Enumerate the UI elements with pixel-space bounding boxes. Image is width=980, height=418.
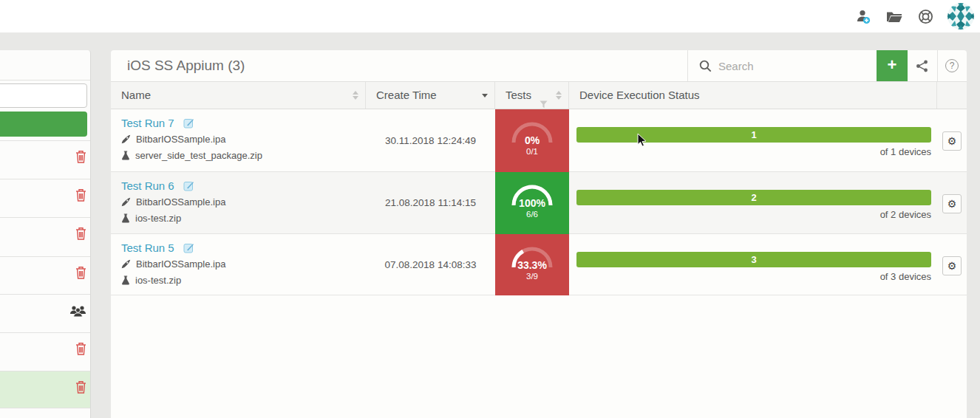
actions-cell: ⚙	[937, 172, 967, 233]
create-time-cell: 07.08.2018 14:08:33	[366, 234, 495, 295]
device-status-cell: 3 of 3 devices	[569, 234, 937, 295]
top-bar	[0, 0, 980, 32]
gear-settings-button[interactable]: ⚙	[942, 194, 962, 213]
tests-gauge: 100% 6/6	[510, 182, 554, 225]
search-box[interactable]	[687, 50, 877, 81]
test-run-link[interactable]: Test Run 6	[121, 179, 174, 192]
actions-cell: ⚙	[937, 109, 967, 171]
create-time-cell: 30.11.2018 12:24:49	[366, 109, 495, 171]
device-count-caption: of 3 devices	[880, 271, 931, 282]
search-input[interactable]	[718, 60, 859, 72]
edit-icon[interactable]	[183, 242, 194, 256]
device-status-cell: 1 of 1 devices	[569, 109, 937, 171]
team-users-icon[interactable]	[69, 305, 86, 320]
flask-icon	[121, 213, 130, 223]
tests-percent: 0%	[510, 134, 554, 146]
test-run-link[interactable]: Test Run 7	[121, 117, 174, 129]
user-avatar[interactable]	[947, 3, 974, 30]
sidebar-input[interactable]	[0, 83, 87, 108]
edit-icon[interactable]	[183, 180, 194, 194]
trash-icon[interactable]	[75, 342, 86, 358]
app-file: BitbarIOSSample.ipa	[121, 134, 225, 145]
column-header-device-status: Device Execution Status	[569, 82, 937, 109]
test-run-row[interactable]: Test Run 7 BitbarIOSSample.ipa server_si…	[111, 109, 967, 172]
trash-icon[interactable]	[75, 227, 86, 243]
create-time-cell: 21.08.2018 11:14:15	[366, 172, 495, 233]
trash-icon[interactable]	[75, 188, 86, 205]
tests-ratio: 0/1	[510, 147, 554, 156]
help-icon[interactable]: ?	[945, 59, 959, 72]
test-file: ios-test.zip	[121, 275, 181, 286]
device-progress-bar: 3	[576, 252, 931, 267]
tests-cell: 33.3% 3/9	[495, 234, 569, 295]
tests-gauge: 0% 0/1	[510, 119, 554, 162]
app-screen: iOS SS Appium (3) + ?	[0, 0, 980, 418]
sidebar-list-item[interactable]	[0, 294, 90, 332]
rocket-icon	[121, 259, 131, 269]
flask-icon	[121, 275, 130, 285]
tests-percent: 33.3%	[510, 259, 554, 271]
top-bar-icons	[854, 0, 974, 32]
page-title: iOS SS Appium (3)	[127, 50, 245, 81]
column-header-tests[interactable]: Tests	[495, 82, 569, 109]
test-runs-panel: iOS SS Appium (3) + ?	[111, 50, 967, 418]
sort-icon[interactable]	[556, 91, 562, 100]
device-progress-bar: 1	[576, 127, 931, 143]
tests-percent: 100%	[510, 197, 554, 209]
sidebar-list-item[interactable]	[0, 408, 90, 418]
actions-cell: ⚙	[937, 234, 967, 295]
test-file: ios-test.zip	[121, 213, 181, 224]
sidebar-list-item[interactable]	[0, 179, 90, 217]
sidebar-divider	[0, 80, 90, 80]
app-file: BitbarIOSSample.ipa	[121, 258, 225, 270]
test-run-row[interactable]: Test Run 5 BitbarIOSSample.ipa ios-test.…	[111, 234, 967, 295]
trash-icon[interactable]	[75, 150, 86, 166]
titlebar-separator	[937, 50, 938, 81]
trash-icon[interactable]	[75, 380, 86, 397]
sort-icon[interactable]	[353, 91, 358, 100]
sidebar	[0, 50, 91, 418]
gear-settings-button[interactable]: ⚙	[942, 131, 962, 151]
test-run-link[interactable]: Test Run 5	[121, 241, 174, 254]
search-icon	[699, 60, 712, 72]
tests-gauge: 33.3% 3/9	[510, 244, 554, 287]
projects-folder-icon[interactable]	[885, 7, 903, 25]
trash-icon[interactable]	[75, 266, 86, 282]
test-file: server_side_test_package.zip	[121, 150, 262, 161]
share-icon[interactable]	[916, 60, 928, 75]
support-life-buoy-icon[interactable]	[916, 7, 934, 25]
device-progress-bar: 2	[576, 190, 931, 205]
sidebar-green-button[interactable]	[0, 112, 87, 137]
tests-ratio: 3/9	[510, 272, 554, 281]
sidebar-list-item-selected[interactable]	[0, 371, 90, 408]
sort-desc-icon[interactable]	[482, 94, 488, 97]
flask-icon	[121, 151, 130, 160]
sidebar-list-item[interactable]	[0, 217, 90, 256]
mouse-cursor	[637, 133, 647, 151]
app-file: BitbarIOSSample.ipa	[121, 196, 225, 208]
tests-cell: 100% 6/6	[495, 172, 569, 234]
device-status-cell: 2 of 2 devices	[569, 172, 937, 233]
add-user-icon[interactable]	[854, 7, 872, 25]
add-test-run-button[interactable]: +	[877, 50, 908, 81]
table-header: Name Create Time Tests Device Execution …	[111, 81, 967, 109]
gear-settings-button[interactable]: ⚙	[942, 256, 962, 275]
test-run-row[interactable]: Test Run 6 BitbarIOSSample.ipa ios-test.…	[111, 172, 967, 234]
column-header-name[interactable]: Name	[111, 82, 366, 109]
device-count-caption: of 2 devices	[880, 209, 931, 220]
sidebar-list-item[interactable]	[0, 332, 90, 371]
panel-title-bar: iOS SS Appium (3) + ?	[111, 50, 967, 81]
sidebar-list-item[interactable]	[0, 140, 90, 179]
rocket-icon	[121, 134, 131, 144]
column-header-create-time[interactable]: Create Time	[366, 82, 495, 109]
edit-icon[interactable]	[183, 117, 194, 131]
device-count-caption: of 1 devices	[880, 146, 931, 157]
sidebar-list-item[interactable]	[0, 256, 90, 294]
tests-cell: 0% 0/1	[495, 109, 569, 172]
tests-ratio: 6/6	[510, 210, 554, 219]
column-header-actions	[937, 82, 967, 109]
rocket-icon	[121, 197, 131, 207]
